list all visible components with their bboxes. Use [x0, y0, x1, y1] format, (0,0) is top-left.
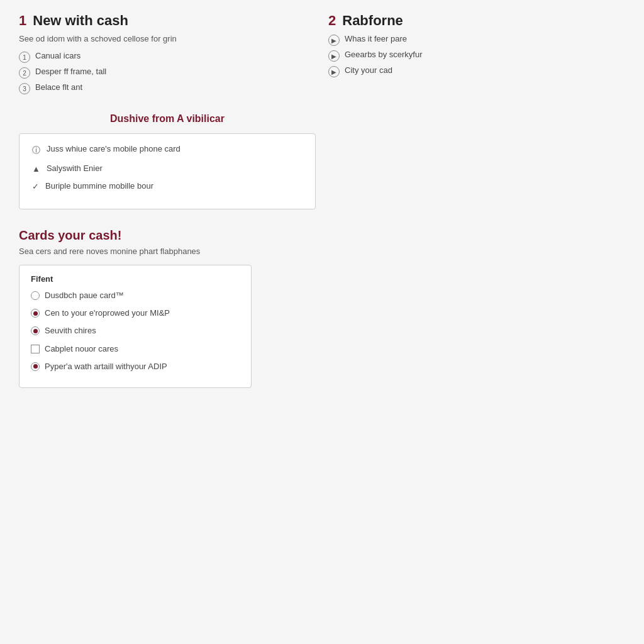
- section-number-2: 2: [328, 13, 336, 29]
- item-text: Belace flt ant: [35, 82, 82, 92]
- item-text: Geearbs by scerkyfur: [345, 50, 423, 59]
- check-icon: ✓: [32, 182, 39, 191]
- cards-box-title: Fifent: [31, 274, 240, 284]
- dushive-item: ✓ Buriple bummine mobille bour: [32, 181, 303, 191]
- list-item: ▶ Whas it feer pare: [328, 34, 625, 46]
- list-item: 3 Belace flt ant: [19, 82, 316, 94]
- item-text: City your cad: [345, 65, 392, 75]
- left-list: 1 Canual icars 2 Desper ff frame, tall 3…: [19, 51, 316, 94]
- triangle-icon: ▲: [32, 164, 40, 174]
- left-section: 1 New with cash See od idom with a schov…: [19, 13, 316, 209]
- radio-filled-icon[interactable]: [31, 326, 40, 335]
- dushive-title: Dushive from A vibilicar: [19, 113, 316, 125]
- dushive-list: ⓘ Juss whiue care's mobile phone card ▲ …: [32, 144, 303, 191]
- list-item: ▶ Geearbs by scerkyfur: [328, 50, 625, 62]
- radio-filled-icon[interactable]: [31, 362, 40, 371]
- item-number: 2: [19, 67, 30, 79]
- item-text: Whas it feer pare: [345, 34, 407, 43]
- cards-item: Seuvith chires: [31, 325, 240, 336]
- cards-item: Cen to your e'roprowed your MI&P: [31, 308, 240, 319]
- section-title-2: Rabforne: [342, 13, 403, 29]
- item-text: Canual icars: [35, 51, 80, 60]
- item-text: Salyswith Enier: [47, 164, 103, 173]
- radio-icon[interactable]: [31, 291, 40, 300]
- list-item: ▶ City your cad: [328, 65, 625, 77]
- dushive-item: ⓘ Juss whiue care's mobile phone card: [32, 144, 303, 156]
- cards-item: Dusdbch paue card™: [31, 290, 240, 301]
- radio-filled-icon[interactable]: [31, 309, 40, 318]
- item-number: 3: [19, 83, 30, 94]
- section-title-1: New with cash: [33, 13, 128, 29]
- arrow-icon: ▶: [328, 66, 340, 77]
- cards-box: Fifent Dusdbch paue card™ Cen to your e'…: [19, 265, 252, 388]
- item-text: Seuvith chires: [45, 325, 96, 336]
- item-text: Cabplet nouor cares: [45, 343, 118, 355]
- item-text: Dusdbch paue card™: [45, 290, 124, 301]
- dushive-item: ▲ Salyswith Enier: [32, 164, 303, 174]
- arrow-icon: ▶: [328, 35, 340, 46]
- dushive-box: ⓘ Juss whiue care's mobile phone card ▲ …: [19, 133, 316, 209]
- list-item: 1 Canual icars: [19, 51, 316, 63]
- cards-item: Pyper'a wath artaill withyour ADIP: [31, 361, 240, 372]
- section-subtitle-1: See od idom with a schoved cellose for g…: [19, 34, 316, 43]
- cards-subtitle: Sea cers and rere noves monine phart fla…: [19, 247, 625, 256]
- item-text: Pyper'a wath artaill withyour ADIP: [45, 361, 167, 372]
- item-text: Juss whiue care's mobile phone card: [47, 144, 180, 153]
- item-text: Cen to your e'roprowed your MI&P: [45, 308, 170, 319]
- info-icon: ⓘ: [32, 145, 40, 156]
- checkbox-icon[interactable]: [31, 345, 40, 353]
- item-number: 1: [19, 52, 30, 63]
- right-list: ▶ Whas it feer pare ▶ Geearbs by scerkyf…: [328, 34, 625, 77]
- cards-item: Cabplet nouor cares: [31, 343, 240, 355]
- list-item: 2 Desper ff frame, tall: [19, 67, 316, 79]
- section-number-1: 1: [19, 13, 26, 29]
- cards-section: Cards your cash! Sea cers and rere noves…: [19, 228, 625, 388]
- item-text: Buriple bummine mobille bour: [45, 181, 153, 191]
- item-text: Desper ff frame, tall: [35, 67, 106, 76]
- arrow-icon: ▶: [328, 50, 340, 62]
- cards-title: Cards your cash!: [19, 228, 625, 243]
- right-section: 2 Rabforne ▶ Whas it feer pare ▶ Geearbs…: [328, 13, 625, 209]
- cards-list: Dusdbch paue card™ Cen to your e'roprowe…: [31, 290, 240, 372]
